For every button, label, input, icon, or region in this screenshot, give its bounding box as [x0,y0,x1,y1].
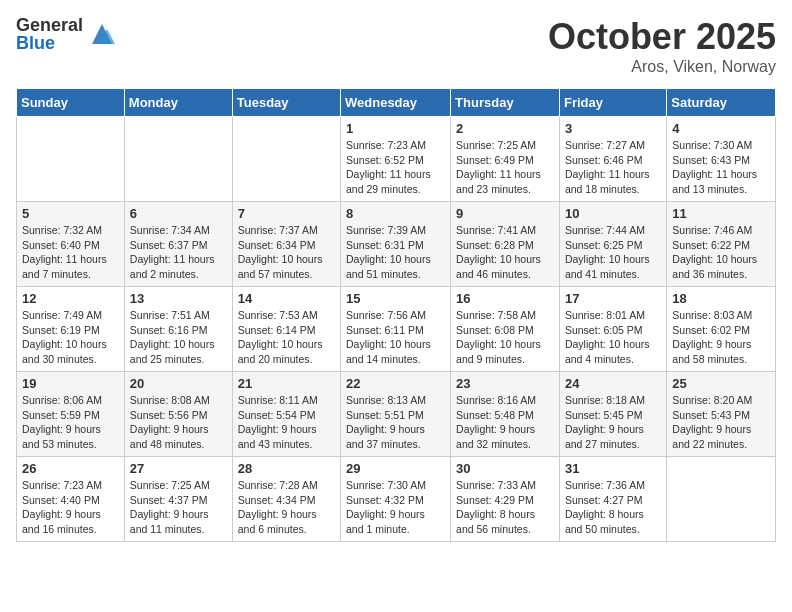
day-info: Sunrise: 8:08 AMSunset: 5:56 PMDaylight:… [130,393,227,452]
day-info: Sunrise: 7:32 AMSunset: 6:40 PMDaylight:… [22,223,119,282]
calendar-week-row: 19Sunrise: 8:06 AMSunset: 5:59 PMDayligh… [17,372,776,457]
day-number: 10 [565,206,661,221]
day-info: Sunrise: 7:46 AMSunset: 6:22 PMDaylight:… [672,223,770,282]
calendar-cell: 6Sunrise: 7:34 AMSunset: 6:37 PMDaylight… [124,202,232,287]
calendar-cell: 16Sunrise: 7:58 AMSunset: 6:08 PMDayligh… [451,287,560,372]
day-number: 16 [456,291,554,306]
day-number: 15 [346,291,445,306]
weekday-header-friday: Friday [559,89,666,117]
calendar-body: 1Sunrise: 7:23 AMSunset: 6:52 PMDaylight… [17,117,776,542]
day-number: 11 [672,206,770,221]
day-info: Sunrise: 7:56 AMSunset: 6:11 PMDaylight:… [346,308,445,367]
day-info: Sunrise: 7:25 AMSunset: 6:49 PMDaylight:… [456,138,554,197]
calendar-week-row: 5Sunrise: 7:32 AMSunset: 6:40 PMDaylight… [17,202,776,287]
day-number: 4 [672,121,770,136]
day-info: Sunrise: 7:23 AMSunset: 6:52 PMDaylight:… [346,138,445,197]
calendar-cell: 21Sunrise: 8:11 AMSunset: 5:54 PMDayligh… [232,372,340,457]
day-number: 9 [456,206,554,221]
day-number: 29 [346,461,445,476]
day-number: 1 [346,121,445,136]
calendar-week-row: 26Sunrise: 7:23 AMSunset: 4:40 PMDayligh… [17,457,776,542]
calendar-cell [667,457,776,542]
day-info: Sunrise: 7:34 AMSunset: 6:37 PMDaylight:… [130,223,227,282]
day-number: 8 [346,206,445,221]
day-info: Sunrise: 8:13 AMSunset: 5:51 PMDaylight:… [346,393,445,452]
day-number: 13 [130,291,227,306]
day-info: Sunrise: 7:49 AMSunset: 6:19 PMDaylight:… [22,308,119,367]
calendar-week-row: 1Sunrise: 7:23 AMSunset: 6:52 PMDaylight… [17,117,776,202]
calendar-cell: 22Sunrise: 8:13 AMSunset: 5:51 PMDayligh… [341,372,451,457]
calendar-cell: 7Sunrise: 7:37 AMSunset: 6:34 PMDaylight… [232,202,340,287]
calendar-cell: 14Sunrise: 7:53 AMSunset: 6:14 PMDayligh… [232,287,340,372]
day-info: Sunrise: 7:28 AMSunset: 4:34 PMDaylight:… [238,478,335,537]
day-number: 7 [238,206,335,221]
day-number: 3 [565,121,661,136]
calendar-cell: 24Sunrise: 8:18 AMSunset: 5:45 PMDayligh… [559,372,666,457]
calendar-cell: 19Sunrise: 8:06 AMSunset: 5:59 PMDayligh… [17,372,125,457]
day-info: Sunrise: 7:30 AMSunset: 6:43 PMDaylight:… [672,138,770,197]
calendar-table: SundayMondayTuesdayWednesdayThursdayFrid… [16,88,776,542]
weekday-header-saturday: Saturday [667,89,776,117]
day-number: 17 [565,291,661,306]
logo-general: General [16,16,83,34]
day-info: Sunrise: 7:39 AMSunset: 6:31 PMDaylight:… [346,223,445,282]
calendar-cell: 2Sunrise: 7:25 AMSunset: 6:49 PMDaylight… [451,117,560,202]
day-number: 2 [456,121,554,136]
logo-icon [87,19,117,49]
day-info: Sunrise: 7:37 AMSunset: 6:34 PMDaylight:… [238,223,335,282]
day-number: 12 [22,291,119,306]
calendar-cell: 9Sunrise: 7:41 AMSunset: 6:28 PMDaylight… [451,202,560,287]
calendar-cell: 4Sunrise: 7:30 AMSunset: 6:43 PMDaylight… [667,117,776,202]
day-number: 19 [22,376,119,391]
calendar-cell: 10Sunrise: 7:44 AMSunset: 6:25 PMDayligh… [559,202,666,287]
calendar-cell: 3Sunrise: 7:27 AMSunset: 6:46 PMDaylight… [559,117,666,202]
day-number: 20 [130,376,227,391]
calendar-cell: 20Sunrise: 8:08 AMSunset: 5:56 PMDayligh… [124,372,232,457]
calendar-cell: 18Sunrise: 8:03 AMSunset: 6:02 PMDayligh… [667,287,776,372]
calendar-cell: 31Sunrise: 7:36 AMSunset: 4:27 PMDayligh… [559,457,666,542]
day-info: Sunrise: 8:16 AMSunset: 5:48 PMDaylight:… [456,393,554,452]
day-number: 5 [22,206,119,221]
day-number: 23 [456,376,554,391]
day-info: Sunrise: 7:30 AMSunset: 4:32 PMDaylight:… [346,478,445,537]
day-number: 24 [565,376,661,391]
weekday-header-sunday: Sunday [17,89,125,117]
day-number: 31 [565,461,661,476]
day-info: Sunrise: 8:06 AMSunset: 5:59 PMDaylight:… [22,393,119,452]
day-info: Sunrise: 7:23 AMSunset: 4:40 PMDaylight:… [22,478,119,537]
day-info: Sunrise: 8:11 AMSunset: 5:54 PMDaylight:… [238,393,335,452]
logo: General Blue [16,16,117,52]
day-number: 21 [238,376,335,391]
day-info: Sunrise: 8:18 AMSunset: 5:45 PMDaylight:… [565,393,661,452]
day-info: Sunrise: 7:41 AMSunset: 6:28 PMDaylight:… [456,223,554,282]
calendar-cell: 15Sunrise: 7:56 AMSunset: 6:11 PMDayligh… [341,287,451,372]
calendar-cell: 11Sunrise: 7:46 AMSunset: 6:22 PMDayligh… [667,202,776,287]
calendar-cell: 8Sunrise: 7:39 AMSunset: 6:31 PMDaylight… [341,202,451,287]
calendar-cell: 17Sunrise: 8:01 AMSunset: 6:05 PMDayligh… [559,287,666,372]
day-info: Sunrise: 7:53 AMSunset: 6:14 PMDaylight:… [238,308,335,367]
calendar-week-row: 12Sunrise: 7:49 AMSunset: 6:19 PMDayligh… [17,287,776,372]
day-number: 18 [672,291,770,306]
day-info: Sunrise: 8:03 AMSunset: 6:02 PMDaylight:… [672,308,770,367]
day-number: 14 [238,291,335,306]
logo-text: General Blue [16,16,83,52]
day-info: Sunrise: 8:01 AMSunset: 6:05 PMDaylight:… [565,308,661,367]
weekday-header-wednesday: Wednesday [341,89,451,117]
calendar-cell: 23Sunrise: 8:16 AMSunset: 5:48 PMDayligh… [451,372,560,457]
calendar-cell [17,117,125,202]
day-number: 30 [456,461,554,476]
day-info: Sunrise: 7:36 AMSunset: 4:27 PMDaylight:… [565,478,661,537]
weekday-header-thursday: Thursday [451,89,560,117]
day-number: 6 [130,206,227,221]
logo-blue: Blue [16,34,83,52]
weekday-header-monday: Monday [124,89,232,117]
calendar-cell: 5Sunrise: 7:32 AMSunset: 6:40 PMDaylight… [17,202,125,287]
title-block: October 2025 Aros, Viken, Norway [548,16,776,76]
day-info: Sunrise: 7:25 AMSunset: 4:37 PMDaylight:… [130,478,227,537]
location: Aros, Viken, Norway [548,58,776,76]
weekday-header-tuesday: Tuesday [232,89,340,117]
calendar-cell: 1Sunrise: 7:23 AMSunset: 6:52 PMDaylight… [341,117,451,202]
page-header: General Blue October 2025 Aros, Viken, N… [16,16,776,76]
day-number: 27 [130,461,227,476]
calendar-cell: 26Sunrise: 7:23 AMSunset: 4:40 PMDayligh… [17,457,125,542]
